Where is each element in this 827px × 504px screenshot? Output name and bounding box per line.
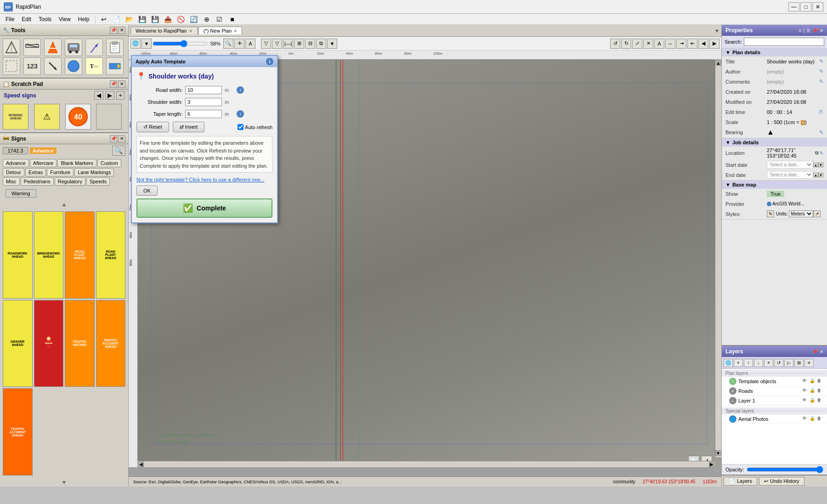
layers-tb-7[interactable]: ▷ — [784, 359, 793, 367]
nav-dropdown[interactable]: ▼ — [142, 39, 152, 49]
prop-styles-edit-btn[interactable]: ✎ — [767, 210, 774, 217]
tb2-select[interactable]: ▽ — [261, 39, 271, 49]
dialog-template-link[interactable]: Not the right template? Click here to us… — [136, 177, 265, 182]
sign-bridgework-ahead[interactable]: BRIDGEWORKAHEAD — [34, 211, 64, 299]
layers-tb-6[interactable]: ↺ — [774, 359, 783, 367]
reset-button[interactable]: ↺ Reset — [136, 122, 169, 132]
layer-template-eye[interactable]: 👁 — [802, 378, 809, 385]
cat-regulatory[interactable]: Regulatory — [55, 177, 85, 186]
toolbar-open[interactable]: 📂 — [123, 13, 136, 26]
prop-units-select[interactable]: Meters — [789, 210, 813, 217]
cat-pedestrians[interactable]: Pedestrians — [21, 177, 54, 186]
tool-cone[interactable] — [44, 39, 62, 56]
prop-icon3[interactable]: ☰ — [806, 28, 810, 33]
toolbar-new[interactable]: 📄 — [110, 13, 123, 26]
tb2-r4[interactable]: ✕ — [643, 39, 653, 49]
layers-tb-3[interactable]: ↑ — [744, 359, 753, 367]
tb2-r1[interactable]: ↺ — [610, 39, 620, 49]
cat-aftercare[interactable]: Aftercare — [30, 159, 57, 167]
prop-icon2[interactable]: | — [803, 28, 804, 33]
toolbar-save[interactable]: 💾 — [136, 13, 149, 26]
tab-new-plan-close[interactable]: ✕ — [233, 28, 237, 34]
tb2-b1[interactable]: ⊞ — [294, 39, 304, 49]
base-map-header[interactable]: ▼Base map — [722, 181, 827, 189]
layer-template-objects[interactable]: T Template objects 👁 🔒 🗑 — [722, 377, 827, 386]
auto-refresh-checkbox[interactable] — [238, 124, 244, 130]
tool-text2[interactable]: Text — [85, 57, 103, 75]
tool-arrow[interactable] — [85, 39, 103, 56]
complete-button[interactable]: ✅ Complete — [136, 198, 272, 218]
layer-layer1[interactable]: L Layer 1 👁 🔒 🗑 — [722, 396, 827, 406]
layers-tb-9[interactable]: ≡ — [804, 359, 814, 367]
zoom-in[interactable]: 🔍 — [223, 39, 233, 49]
scroll-up-arrow[interactable]: ▲ — [0, 200, 128, 209]
prop-author-edit[interactable]: ✎ — [819, 68, 823, 74]
scratch-thumb-3[interactable]: 40 — [65, 104, 91, 130]
toolbar-export[interactable]: 📤 — [162, 13, 175, 26]
layers-tb-8[interactable]: ⊞ — [794, 359, 804, 367]
tb2-r3[interactable]: ⤢ — [632, 39, 642, 49]
layer-aerial-delete[interactable]: 🗑 — [817, 416, 823, 422]
toolbar-add[interactable]: ⊕ — [200, 13, 213, 26]
toolbar-stop[interactable]: ■ — [226, 13, 239, 26]
tools-panel-close[interactable]: ✕ — [118, 27, 125, 34]
tool-diagonal[interactable] — [44, 57, 62, 75]
layers-tb-5[interactable]: × — [764, 359, 773, 367]
toolbar-undo[interactable]: ↩ — [97, 13, 110, 26]
layer-aerial-lock[interactable]: 🔒 — [810, 416, 816, 422]
cat-misc[interactable]: Misc — [3, 177, 20, 186]
layer-layer1-eye[interactable]: 👁 — [802, 397, 809, 404]
prop-icon1[interactable]: ≡ — [799, 28, 802, 33]
tab-new-plan[interactable]: (*) New Plan ✕ — [198, 27, 243, 34]
layer-layer1-lock[interactable]: 🔒 — [810, 397, 816, 404]
sign-traffic-accident-ahead-1[interactable]: TRAFFICACCIDENTAHEAD — [96, 300, 126, 387]
tool-vehicle[interactable] — [65, 39, 82, 56]
shoulder-width-input[interactable] — [185, 98, 222, 106]
menu-edit[interactable]: Edit — [18, 15, 35, 23]
layers-tb-2[interactable]: + — [734, 359, 743, 367]
tb2-r5[interactable]: A — [654, 39, 664, 49]
ok-button[interactable]: OK — [136, 186, 158, 196]
job-details-header[interactable]: ▼Job details — [722, 138, 827, 147]
scroll-down-arrow[interactable]: ▼ — [0, 478, 128, 487]
taper-length-info[interactable]: i — [237, 110, 244, 118]
toolbar-refresh[interactable]: 🔄 — [187, 13, 200, 26]
tool-paste[interactable] — [106, 39, 124, 56]
sign-road-plant-ahead-orange[interactable]: ROADPLANTAHEAD — [65, 211, 95, 299]
prop-units-export[interactable]: ↗ — [813, 210, 821, 217]
sign-traffic-hazard[interactable]: TRAFFICHAZARD — [65, 300, 95, 387]
tb2-r9[interactable]: ◀ — [698, 39, 708, 49]
menu-tools[interactable]: Tools — [35, 15, 55, 23]
layers-tb-1[interactable]: 🌐 — [724, 359, 733, 367]
sign-traffic-accident-ahead-2[interactable]: TRAFFICACCIDENTAHEAD — [3, 388, 33, 476]
properties-search-input[interactable] — [744, 38, 824, 46]
close-button[interactable]: ✕ — [812, 2, 823, 11]
tool-text[interactable]: 123 — [23, 57, 41, 75]
signs-panel-close[interactable]: ✕ — [118, 135, 125, 142]
prop-startdate-select[interactable]: Select a date... — [767, 161, 813, 169]
cat-advance[interactable]: Advance — [3, 159, 29, 167]
menu-help[interactable]: Help — [74, 15, 93, 23]
taper-length-input[interactable] — [185, 110, 222, 118]
menu-file[interactable]: File — [2, 15, 18, 23]
signs-binoculars[interactable]: 🔍 — [112, 146, 125, 156]
tb2-dropdown2[interactable]: ▼ — [327, 39, 337, 49]
layers-undock[interactable]: 📌 — [812, 349, 818, 354]
toolbar-check[interactable]: ☑ — [213, 13, 226, 26]
toolbar-cancel[interactable]: 🚫 — [175, 13, 187, 26]
prop-enddate-up[interactable]: ▲ — [813, 173, 818, 177]
menu-view[interactable]: View — [55, 15, 74, 23]
tool-navigate[interactable] — [106, 57, 124, 75]
layers-tb-4[interactable]: ↓ — [754, 359, 763, 367]
tab-welcome[interactable]: Welcome to RapidPlan ✕ — [130, 27, 198, 34]
scratch-pad-undock[interactable]: 📌 — [110, 80, 117, 88]
cat-speeds[interactable]: Speeds — [86, 177, 110, 186]
layer-template-delete[interactable]: 🗑 — [817, 378, 823, 385]
tab-welcome-close[interactable]: ✕ — [189, 28, 193, 34]
dialog-info-icon[interactable]: i — [266, 58, 273, 65]
prop-location-copy[interactable]: ⧉ — [815, 150, 818, 156]
prop-bearing-edit[interactable]: ✎ — [819, 130, 823, 136]
tb2-r8[interactable]: ⇤ — [687, 39, 697, 49]
prop-undock[interactable]: 📌 — [812, 28, 818, 33]
cat-lane-markings[interactable]: Lane Markings — [74, 168, 114, 176]
